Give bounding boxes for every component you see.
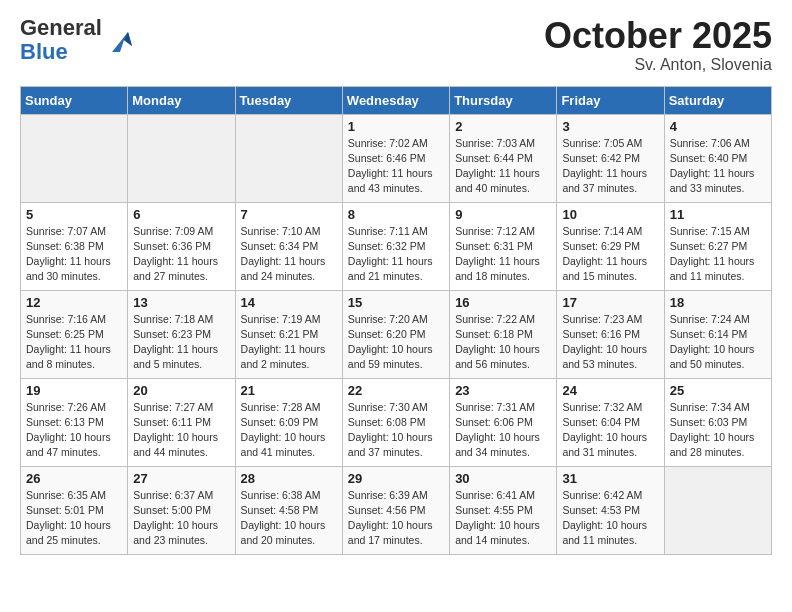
calendar-cell: 2Sunrise: 7:03 AM Sunset: 6:44 PM Daylig… [450, 114, 557, 202]
calendar-cell: 6Sunrise: 7:09 AM Sunset: 6:36 PM Daylig… [128, 202, 235, 290]
day-number: 28 [241, 471, 337, 486]
calendar-cell: 23Sunrise: 7:31 AM Sunset: 6:06 PM Dayli… [450, 378, 557, 466]
calendar-cell [21, 114, 128, 202]
header: General Blue October 2025 Sv. Anton, Slo… [20, 16, 772, 74]
day-number: 30 [455, 471, 551, 486]
calendar-cell: 11Sunrise: 7:15 AM Sunset: 6:27 PM Dayli… [664, 202, 771, 290]
calendar-cell: 15Sunrise: 7:20 AM Sunset: 6:20 PM Dayli… [342, 290, 449, 378]
day-number: 18 [670, 295, 766, 310]
weekday-header-tuesday: Tuesday [235, 86, 342, 114]
calendar-cell: 20Sunrise: 7:27 AM Sunset: 6:11 PM Dayli… [128, 378, 235, 466]
logo-general: General [20, 15, 102, 40]
day-info: Sunrise: 6:37 AM Sunset: 5:00 PM Dayligh… [133, 488, 229, 549]
calendar-cell: 25Sunrise: 7:34 AM Sunset: 6:03 PM Dayli… [664, 378, 771, 466]
day-info: Sunrise: 7:02 AM Sunset: 6:46 PM Dayligh… [348, 136, 444, 197]
calendar-week-row: 12Sunrise: 7:16 AM Sunset: 6:25 PM Dayli… [21, 290, 772, 378]
day-number: 23 [455, 383, 551, 398]
logo: General Blue [20, 16, 136, 64]
calendar-cell: 4Sunrise: 7:06 AM Sunset: 6:40 PM Daylig… [664, 114, 771, 202]
calendar-week-row: 1Sunrise: 7:02 AM Sunset: 6:46 PM Daylig… [21, 114, 772, 202]
day-number: 11 [670, 207, 766, 222]
day-info: Sunrise: 6:39 AM Sunset: 4:56 PM Dayligh… [348, 488, 444, 549]
weekday-header-thursday: Thursday [450, 86, 557, 114]
calendar-week-row: 19Sunrise: 7:26 AM Sunset: 6:13 PM Dayli… [21, 378, 772, 466]
day-number: 27 [133, 471, 229, 486]
calendar-page: General Blue October 2025 Sv. Anton, Slo… [0, 0, 792, 571]
calendar-cell: 21Sunrise: 7:28 AM Sunset: 6:09 PM Dayli… [235, 378, 342, 466]
calendar-cell [664, 466, 771, 554]
day-info: Sunrise: 7:20 AM Sunset: 6:20 PM Dayligh… [348, 312, 444, 373]
day-info: Sunrise: 7:28 AM Sunset: 6:09 PM Dayligh… [241, 400, 337, 461]
day-info: Sunrise: 7:34 AM Sunset: 6:03 PM Dayligh… [670, 400, 766, 461]
day-info: Sunrise: 7:11 AM Sunset: 6:32 PM Dayligh… [348, 224, 444, 285]
day-info: Sunrise: 7:27 AM Sunset: 6:11 PM Dayligh… [133, 400, 229, 461]
calendar-cell: 10Sunrise: 7:14 AM Sunset: 6:29 PM Dayli… [557, 202, 664, 290]
day-number: 24 [562, 383, 658, 398]
calendar-week-row: 5Sunrise: 7:07 AM Sunset: 6:38 PM Daylig… [21, 202, 772, 290]
day-number: 14 [241, 295, 337, 310]
day-number: 20 [133, 383, 229, 398]
day-info: Sunrise: 7:12 AM Sunset: 6:31 PM Dayligh… [455, 224, 551, 285]
calendar-cell [235, 114, 342, 202]
calendar-cell: 24Sunrise: 7:32 AM Sunset: 6:04 PM Dayli… [557, 378, 664, 466]
day-info: Sunrise: 7:19 AM Sunset: 6:21 PM Dayligh… [241, 312, 337, 373]
day-number: 19 [26, 383, 122, 398]
day-info: Sunrise: 7:31 AM Sunset: 6:06 PM Dayligh… [455, 400, 551, 461]
day-number: 16 [455, 295, 551, 310]
day-number: 6 [133, 207, 229, 222]
calendar-cell: 5Sunrise: 7:07 AM Sunset: 6:38 PM Daylig… [21, 202, 128, 290]
day-info: Sunrise: 7:07 AM Sunset: 6:38 PM Dayligh… [26, 224, 122, 285]
day-number: 5 [26, 207, 122, 222]
day-info: Sunrise: 6:38 AM Sunset: 4:58 PM Dayligh… [241, 488, 337, 549]
day-info: Sunrise: 6:42 AM Sunset: 4:53 PM Dayligh… [562, 488, 658, 549]
month-title: October 2025 [544, 16, 772, 56]
day-number: 22 [348, 383, 444, 398]
calendar-cell: 1Sunrise: 7:02 AM Sunset: 6:46 PM Daylig… [342, 114, 449, 202]
calendar-cell: 9Sunrise: 7:12 AM Sunset: 6:31 PM Daylig… [450, 202, 557, 290]
day-info: Sunrise: 7:26 AM Sunset: 6:13 PM Dayligh… [26, 400, 122, 461]
calendar-cell: 7Sunrise: 7:10 AM Sunset: 6:34 PM Daylig… [235, 202, 342, 290]
day-number: 9 [455, 207, 551, 222]
day-number: 12 [26, 295, 122, 310]
logo-text: General Blue [20, 16, 102, 64]
day-number: 4 [670, 119, 766, 134]
calendar-cell: 28Sunrise: 6:38 AM Sunset: 4:58 PM Dayli… [235, 466, 342, 554]
day-info: Sunrise: 7:14 AM Sunset: 6:29 PM Dayligh… [562, 224, 658, 285]
day-number: 21 [241, 383, 337, 398]
weekday-header-friday: Friday [557, 86, 664, 114]
location: Sv. Anton, Slovenia [544, 56, 772, 74]
day-number: 1 [348, 119, 444, 134]
day-info: Sunrise: 7:16 AM Sunset: 6:25 PM Dayligh… [26, 312, 122, 373]
weekday-header-sunday: Sunday [21, 86, 128, 114]
calendar-cell: 26Sunrise: 6:35 AM Sunset: 5:01 PM Dayli… [21, 466, 128, 554]
day-info: Sunrise: 7:24 AM Sunset: 6:14 PM Dayligh… [670, 312, 766, 373]
day-number: 7 [241, 207, 337, 222]
calendar-cell: 14Sunrise: 7:19 AM Sunset: 6:21 PM Dayli… [235, 290, 342, 378]
calendar-cell: 22Sunrise: 7:30 AM Sunset: 6:08 PM Dayli… [342, 378, 449, 466]
calendar-week-row: 26Sunrise: 6:35 AM Sunset: 5:01 PM Dayli… [21, 466, 772, 554]
day-info: Sunrise: 7:23 AM Sunset: 6:16 PM Dayligh… [562, 312, 658, 373]
weekday-header-monday: Monday [128, 86, 235, 114]
day-info: Sunrise: 6:41 AM Sunset: 4:55 PM Dayligh… [455, 488, 551, 549]
day-number: 31 [562, 471, 658, 486]
title-block: October 2025 Sv. Anton, Slovenia [544, 16, 772, 74]
calendar-cell: 18Sunrise: 7:24 AM Sunset: 6:14 PM Dayli… [664, 290, 771, 378]
svg-marker-1 [124, 32, 132, 46]
day-number: 26 [26, 471, 122, 486]
calendar-cell: 8Sunrise: 7:11 AM Sunset: 6:32 PM Daylig… [342, 202, 449, 290]
weekday-header-row: SundayMondayTuesdayWednesdayThursdayFrid… [21, 86, 772, 114]
day-info: Sunrise: 7:05 AM Sunset: 6:42 PM Dayligh… [562, 136, 658, 197]
day-number: 13 [133, 295, 229, 310]
calendar-cell: 13Sunrise: 7:18 AM Sunset: 6:23 PM Dayli… [128, 290, 235, 378]
day-info: Sunrise: 7:09 AM Sunset: 6:36 PM Dayligh… [133, 224, 229, 285]
day-number: 29 [348, 471, 444, 486]
calendar-cell: 31Sunrise: 6:42 AM Sunset: 4:53 PM Dayli… [557, 466, 664, 554]
day-info: Sunrise: 7:10 AM Sunset: 6:34 PM Dayligh… [241, 224, 337, 285]
day-number: 15 [348, 295, 444, 310]
day-number: 17 [562, 295, 658, 310]
calendar-cell: 3Sunrise: 7:05 AM Sunset: 6:42 PM Daylig… [557, 114, 664, 202]
weekday-header-wednesday: Wednesday [342, 86, 449, 114]
day-number: 3 [562, 119, 658, 134]
day-info: Sunrise: 6:35 AM Sunset: 5:01 PM Dayligh… [26, 488, 122, 549]
day-info: Sunrise: 7:22 AM Sunset: 6:18 PM Dayligh… [455, 312, 551, 373]
